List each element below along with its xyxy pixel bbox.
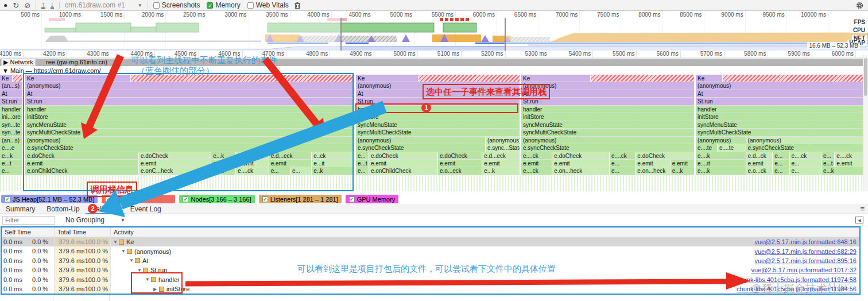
flame-event[interactable]: syncMenuState bbox=[356, 121, 520, 128]
network-request-bar[interactable] bbox=[0, 59, 863, 66]
flame-event[interactable]: Ke bbox=[696, 75, 723, 82]
tab-event-log[interactable]: Event Log bbox=[125, 204, 167, 214]
flame-event[interactable]: e...t bbox=[0, 160, 23, 167]
checkbox-web-vitals[interactable]: Web Vitals bbox=[247, 1, 289, 9]
flame-event[interactable]: e.emit bbox=[438, 160, 482, 167]
flame-event[interactable]: e... bbox=[822, 152, 835, 159]
flame-event[interactable]: e...t bbox=[356, 160, 369, 167]
record-icon[interactable]: ● bbox=[3, 2, 7, 9]
counter-listeners[interactable]: ✓Listeners[1 281 – 1 281] bbox=[259, 195, 342, 203]
flame-event[interactable]: e....it bbox=[696, 160, 746, 167]
flame-event[interactable]: e....ck bbox=[610, 152, 636, 159]
flame-event[interactable]: syncMultiCheckState bbox=[696, 129, 863, 136]
flame-event[interactable]: handler bbox=[696, 106, 863, 113]
profile-select[interactable]: crm.61draw.com #1 ▼ bbox=[65, 1, 142, 9]
flame-event[interactable]: e....ck bbox=[521, 152, 552, 159]
flame-event[interactable]: e... bbox=[773, 167, 789, 174]
table-row[interactable]: 0.0 ms0.0 %379.6 ms100.0 %▼Kevue@2.5.17.… bbox=[2, 237, 859, 246]
flame-event[interactable]: e... bbox=[356, 152, 369, 159]
flame-event[interactable]: e.emit bbox=[482, 160, 520, 167]
save-profile-icon[interactable]: ↓ bbox=[51, 2, 55, 9]
flame-event[interactable]: e....k bbox=[696, 167, 746, 174]
flame-event[interactable]: syncMenuState bbox=[696, 121, 863, 128]
flame-event[interactable]: e.d...eck bbox=[482, 152, 520, 159]
tab-summary[interactable]: Summary bbox=[0, 204, 41, 214]
flame-event[interactable]: e.syncCheckState bbox=[746, 144, 863, 151]
flame-event[interactable]: e.on...heck bbox=[552, 167, 610, 174]
flame-event[interactable]: e... bbox=[790, 167, 822, 174]
flame-event[interactable]: e... bbox=[0, 167, 23, 174]
tab-bottom-up[interactable]: Bottom-Up bbox=[41, 204, 85, 214]
flame-event[interactable]: (anonymous) bbox=[696, 137, 746, 144]
checkbox-icon[interactable] bbox=[153, 2, 160, 9]
flame-event[interactable]: e.emit bbox=[552, 160, 610, 167]
counter-nodes[interactable]: ✓Nodes[3 166 – 3 166] bbox=[179, 195, 254, 203]
reload-and-profile-icon[interactable]: ↻ bbox=[13, 2, 19, 9]
flame-event[interactable]: e.doCheck bbox=[552, 152, 610, 159]
flame-event[interactable]: e.emit bbox=[521, 160, 552, 167]
settings-gear-icon[interactable] bbox=[856, 2, 863, 11]
overflow-menu-icon[interactable]: ≡ bbox=[860, 204, 865, 213]
checkbox-icon[interactable]: ✓ bbox=[349, 196, 355, 202]
checkbox-icon[interactable]: ✓ bbox=[207, 2, 213, 9]
load-profile-icon[interactable]: ↑ bbox=[41, 2, 45, 9]
flame-event[interactable]: e.d...ck bbox=[746, 152, 773, 159]
vertical-scrollbar[interactable] bbox=[863, 55, 868, 191]
flame-event[interactable] bbox=[418, 75, 520, 82]
flame-event[interactable]: At bbox=[0, 90, 23, 97]
col-activity[interactable]: Activity bbox=[111, 227, 859, 237]
flame-event[interactable]: syn...te bbox=[0, 121, 23, 128]
scrollbar-thumb[interactable] bbox=[864, 58, 867, 96]
expand-arrow-icon[interactable]: ▼ bbox=[113, 240, 119, 245]
flame-event[interactable]: e... bbox=[356, 167, 369, 174]
sidebar-toggle-icon[interactable]: ◀ bbox=[855, 217, 863, 223]
flame-event[interactable]: e...k bbox=[671, 167, 695, 174]
flame-event[interactable]: Ke bbox=[0, 75, 13, 82]
flame-event[interactable] bbox=[13, 75, 23, 82]
col-self-time[interactable]: Self Time bbox=[2, 227, 55, 237]
flame-event[interactable]: e.syncCheckState bbox=[356, 144, 486, 151]
flame-event[interactable]: At bbox=[696, 90, 863, 97]
flame-event[interactable]: e...k bbox=[822, 167, 863, 174]
flame-event[interactable]: syncMultiCheckState bbox=[356, 129, 520, 136]
flame-event[interactable]: e.doCheck bbox=[636, 152, 695, 159]
flame-event[interactable]: e... bbox=[773, 160, 789, 167]
flame-event[interactable]: syncMultiCheckState bbox=[521, 129, 695, 136]
source-link[interactable]: vue@2.5.17.min.js:formatted:682:29 bbox=[755, 248, 857, 255]
flame-event[interactable]: St.run bbox=[696, 98, 863, 105]
flame-event[interactable]: e....ck bbox=[835, 152, 863, 159]
flame-event[interactable]: Ke bbox=[356, 75, 418, 82]
flame-event[interactable]: e.emit bbox=[671, 160, 695, 167]
flame-event[interactable]: initStore bbox=[521, 113, 695, 120]
checkbox-icon[interactable]: ✓ bbox=[5, 196, 10, 202]
flame-event[interactable]: e.o...eck bbox=[438, 167, 482, 174]
timeline-overview[interactable]: 500 ms1000 ms1500 ms2000 ms2500 ms3000 m… bbox=[0, 11, 868, 51]
trash-icon[interactable] bbox=[294, 2, 301, 9]
flame-event[interactable]: e.doCheck bbox=[369, 152, 438, 159]
table-row[interactable]: 0.0 ms0.0 %379.6 ms100.0 %▼(anonymous)vu… bbox=[2, 246, 859, 256]
flame-event[interactable]: initStore bbox=[356, 113, 520, 120]
flame-event[interactable]: syncMenuState bbox=[521, 121, 695, 128]
flame-event[interactable]: e...k bbox=[482, 167, 520, 174]
flame-event[interactable]: (an...s) bbox=[0, 82, 23, 89]
expand-arrow-icon[interactable]: ▼ bbox=[121, 249, 127, 254]
flame-event[interactable]: e.emit bbox=[835, 160, 863, 167]
flame-event[interactable]: handler bbox=[0, 106, 23, 113]
source-link[interactable]: vue@2.5.17.min.js:formatted:895:16 bbox=[755, 257, 857, 264]
source-link[interactable]: vue@2.5.17.min.js:formatted:648:16 bbox=[755, 238, 857, 245]
flame-event[interactable]: e.emit bbox=[746, 160, 773, 167]
flame-event[interactable]: initStore bbox=[696, 113, 863, 120]
flame-event[interactable]: (anonymous) bbox=[746, 137, 863, 144]
activity-cell[interactable]: ▼(anonymous)vue@2.5.17.min.js:formatted:… bbox=[111, 246, 859, 256]
flame-event[interactable]: e....ck bbox=[790, 152, 822, 159]
network-track-label[interactable]: ▶ Network bbox=[1, 58, 36, 66]
flame-event[interactable]: e... bbox=[610, 160, 636, 167]
flame-event[interactable]: e...t bbox=[822, 160, 835, 167]
checkbox-memory[interactable]: ✓Memory bbox=[207, 1, 240, 9]
flame-event[interactable]: (anonymous) bbox=[521, 137, 695, 144]
flame-event[interactable]: e....e bbox=[0, 144, 23, 151]
flame-event[interactable]: handler bbox=[521, 106, 695, 113]
flame-event[interactable]: (anonymous) bbox=[696, 82, 863, 89]
flame-event[interactable]: e.emit bbox=[636, 160, 670, 167]
flame-event[interactable]: e....k bbox=[696, 152, 746, 159]
